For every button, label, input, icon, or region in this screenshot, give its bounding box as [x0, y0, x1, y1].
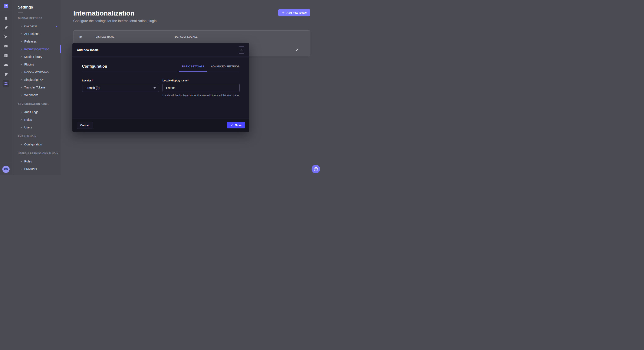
- bullet-icon: [21, 64, 22, 65]
- locale-form-fields: Locales* French (fr) Locale display name…: [82, 79, 240, 98]
- email-plugin-list: Configuration: [18, 141, 61, 148]
- sidebar-item-email-configuration[interactable]: Configuration: [18, 141, 61, 148]
- save-button[interactable]: Save: [227, 122, 245, 128]
- page-subtitle: Configure the settings for the Internati…: [73, 19, 322, 23]
- locales-select-value: French (fr): [86, 86, 100, 90]
- sidebar-item-plugins[interactable]: Plugins: [18, 61, 61, 68]
- rail-icon-list: [0, 12, 12, 87]
- administration-panel-list: Audit Logs Roles Users: [18, 108, 61, 131]
- bullet-icon: [21, 169, 22, 170]
- layout-icon[interactable]: [2, 52, 9, 59]
- chevron-down-icon: [154, 87, 156, 89]
- display-name-label: Locale display name*: [162, 79, 240, 82]
- bullet-icon: [21, 33, 22, 34]
- column-default-locale: DEFAULT LOCALE: [175, 35, 198, 38]
- settings-gear-icon[interactable]: [2, 80, 9, 87]
- locales-label: Locales*: [82, 79, 159, 82]
- rail-bottom-section: KD: [0, 163, 12, 175]
- tab-basic-settings[interactable]: BASIC SETTINGS: [182, 65, 204, 72]
- sidebar-title-divider: [18, 12, 23, 12]
- active-indicator: [60, 45, 61, 53]
- sidebar-item-webhooks[interactable]: Webhooks: [18, 91, 61, 99]
- bullet-icon: [21, 144, 22, 145]
- sidebar-item-overview[interactable]: Overview: [18, 22, 61, 30]
- sidebar-item-up-roles[interactable]: Roles: [18, 158, 61, 165]
- strapi-logo-icon: [4, 4, 8, 7]
- bullet-icon: [21, 119, 22, 120]
- bullet-icon: [21, 127, 22, 128]
- settings-tabs: BASIC SETTINGS ADVANCED SETTINGS: [182, 65, 240, 72]
- sidebar-item-releases[interactable]: Releases: [18, 38, 61, 45]
- users-permissions-list: Roles Providers: [18, 158, 61, 173]
- settings-sidebar: Settings GLOBAL SETTINGS Overview API To…: [12, 0, 61, 175]
- section-global-settings: GLOBAL SETTINGS: [18, 16, 61, 19]
- sidebar-item-audit-logs[interactable]: Audit Logs: [18, 108, 61, 116]
- modal-title: Add new locale: [77, 48, 98, 52]
- marketplace-cart-icon[interactable]: [2, 71, 9, 78]
- pencil-icon: [296, 48, 299, 51]
- main-nav-rail: KD: [0, 0, 12, 175]
- bullet-icon: [21, 161, 22, 162]
- close-modal-button[interactable]: [238, 46, 245, 54]
- bullet-icon: [21, 49, 22, 49]
- sidebar-item-admin-users[interactable]: Users: [18, 124, 61, 131]
- close-icon: [240, 49, 243, 51]
- section-users-permissions-plugin: USERS & PERMISSIONS PLUGIN: [18, 152, 61, 155]
- app-canvas: KD Settings GLOBAL SETTINGS Overview API…: [0, 0, 322, 175]
- sidebar-item-up-providers[interactable]: Providers: [18, 165, 61, 173]
- add-locale-modal: Add new locale Configuration BASIC SETTI…: [72, 43, 249, 132]
- configuration-title: Configuration: [82, 64, 107, 72]
- edit-locale-button[interactable]: [294, 46, 301, 53]
- home-icon[interactable]: [2, 15, 9, 21]
- plus-icon: [282, 11, 284, 14]
- column-display-name: DISPLAY NAME: [96, 35, 114, 38]
- locales-table-header: ID DISPLAY NAME DEFAULT LOCALE: [74, 31, 310, 43]
- bullet-icon: [21, 72, 22, 72]
- section-administration-panel: ADMINISTRATION PANEL: [18, 103, 61, 105]
- strapi-logo[interactable]: [4, 3, 8, 8]
- required-asterisk: *: [188, 79, 189, 82]
- content-feather-icon[interactable]: [2, 24, 9, 31]
- modal-body: Configuration BASIC SETTINGS ADVANCED SE…: [72, 64, 249, 98]
- check-icon: [230, 124, 234, 126]
- section-email-plugin: EMAIL PLUGIN: [18, 135, 61, 138]
- required-asterisk: *: [92, 79, 93, 82]
- configuration-section-header: Configuration BASIC SETTINGS ADVANCED SE…: [82, 64, 240, 72]
- column-id: ID: [80, 35, 82, 38]
- media-pictures-icon[interactable]: [2, 43, 9, 49]
- bullet-icon: [21, 79, 22, 80]
- sidebar-item-single-sign-on[interactable]: Single Sign-On: [18, 76, 61, 84]
- bullet-icon: [21, 87, 22, 88]
- modal-header: Add new locale: [72, 43, 249, 57]
- sidebar-item-api-tokens[interactable]: API Tokens: [18, 30, 61, 38]
- sidebar-title: Settings: [18, 5, 61, 9]
- display-name-field: Locale display name* Locale will be disp…: [162, 79, 240, 98]
- sidebar-item-review-workflows[interactable]: Review Workflows: [18, 68, 61, 76]
- bullet-icon: [21, 26, 22, 26]
- bullet-icon: [21, 56, 22, 57]
- sidebar-item-transfer-tokens[interactable]: Transfer Tokens: [18, 84, 61, 91]
- question-mark-icon: ?: [314, 167, 318, 171]
- global-settings-list: Overview API Tokens Releases Internation…: [18, 22, 61, 99]
- locales-select[interactable]: French (fr): [82, 84, 159, 92]
- sidebar-item-admin-roles[interactable]: Roles: [18, 116, 61, 124]
- display-name-input[interactable]: [162, 84, 240, 92]
- bullet-icon: [21, 41, 22, 42]
- sidebar-item-internationalization[interactable]: Internationalization: [18, 45, 61, 53]
- help-button[interactable]: ?: [312, 165, 320, 173]
- logo-section: [0, 0, 12, 12]
- notification-dot-icon: [56, 26, 57, 27]
- sidebar-item-media-library[interactable]: Media Library: [18, 53, 61, 61]
- add-new-locale-button[interactable]: Add new locale: [278, 9, 310, 16]
- bullet-icon: [21, 95, 22, 95]
- locales-field: Locales* French (fr): [82, 79, 159, 98]
- tab-advanced-settings[interactable]: ADVANCED SETTINGS: [211, 65, 240, 72]
- bullet-icon: [21, 112, 22, 113]
- page-header: Internationalization Configure the setti…: [61, 0, 322, 23]
- cloud-icon[interactable]: [2, 61, 9, 68]
- cancel-button[interactable]: Cancel: [77, 122, 93, 128]
- releases-plane-icon[interactable]: [2, 33, 9, 40]
- display-name-hint: Locale will be displayed under that name…: [162, 94, 240, 98]
- modal-footer: Cancel Save: [72, 118, 249, 132]
- user-avatar[interactable]: KD: [2, 166, 10, 173]
